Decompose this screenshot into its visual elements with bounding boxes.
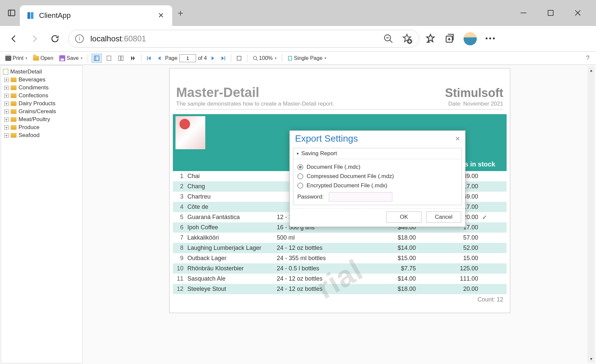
- dialog-close-icon[interactable]: ×: [455, 134, 460, 143]
- folder-icon: [11, 117, 17, 122]
- open-button[interactable]: Open: [31, 54, 55, 63]
- tree-item[interactable]: +Produce: [3, 123, 80, 131]
- folder-icon: [11, 93, 17, 98]
- svg-rect-25: [237, 56, 241, 60]
- save-button[interactable]: Save▾: [57, 54, 84, 63]
- svg-point-26: [253, 56, 257, 60]
- tree-item-label: Grains/Cereals: [19, 108, 56, 115]
- tree-item-label: Confections: [19, 92, 48, 99]
- radio-document-file[interactable]: Document File (.mdc): [297, 162, 458, 172]
- viewer-toolbar: Print▾ Open Save▾ Page of 4 100%▾ Single…: [0, 52, 596, 65]
- password-label: Password:: [297, 194, 323, 200]
- expand-icon[interactable]: +: [4, 86, 9, 90]
- tree-root[interactable]: MasterDetail: [3, 68, 80, 76]
- window-close-icon[interactable]: [570, 5, 586, 21]
- svg-rect-23: [147, 56, 148, 60]
- tab-actions-icon[interactable]: [3, 5, 20, 21]
- expand-icon[interactable]: +: [4, 78, 9, 82]
- svg-rect-0: [8, 10, 15, 16]
- fullscreen-icon[interactable]: [234, 54, 244, 62]
- expand-icon[interactable]: +: [4, 133, 9, 138]
- next-page-icon[interactable]: [209, 55, 217, 62]
- folder-icon: [11, 109, 17, 114]
- page-label: Page: [165, 55, 177, 61]
- new-tab-button[interactable]: ＋: [172, 5, 189, 21]
- folder-icon: [11, 125, 17, 130]
- tab-title: ClientApp: [39, 11, 152, 20]
- expand-icon[interactable]: +: [4, 125, 9, 130]
- address-field[interactable]: i localhost:60801: [68, 30, 419, 48]
- tree-item[interactable]: +Condiments: [3, 84, 80, 92]
- tree-item[interactable]: +Meat/Poultry: [3, 115, 80, 123]
- tree-item[interactable]: +Dairy Products: [3, 100, 80, 108]
- tree-item[interactable]: +Beverages: [3, 76, 80, 84]
- url-text: localhost:60801: [90, 34, 146, 43]
- tree-item[interactable]: +Confections: [3, 92, 80, 100]
- svg-rect-18: [94, 56, 99, 61]
- site-info-icon[interactable]: i: [75, 34, 84, 43]
- ok-button[interactable]: OK: [386, 211, 422, 223]
- bookmarks-tree: MasterDetail +Beverages+Condiments+Confe…: [1, 66, 83, 363]
- svg-line-9: [390, 40, 392, 43]
- tree-item-label: Produce: [19, 124, 39, 131]
- svg-rect-5: [548, 10, 553, 15]
- radio-encrypted-file[interactable]: Encrypted Document File (.mdx): [297, 181, 458, 190]
- tree-item-label: Meat/Poultry: [19, 116, 50, 123]
- tree-item[interactable]: +Seafood: [3, 131, 80, 139]
- reload-button[interactable]: [48, 31, 62, 46]
- view-mode-button[interactable]: Single Page▾: [285, 54, 328, 63]
- bookmarks-toggle[interactable]: [91, 54, 102, 63]
- tab-favicon: [26, 12, 34, 20]
- expand-icon[interactable]: +: [4, 110, 9, 114]
- folder-icon: [11, 101, 17, 106]
- expand-icon[interactable]: +: [4, 94, 9, 98]
- password-input[interactable]: [329, 192, 392, 202]
- expand-icon[interactable]: +: [4, 102, 9, 106]
- more-options-icon[interactable]: •••: [485, 35, 496, 42]
- svg-rect-3: [31, 12, 33, 19]
- folder-icon: [11, 133, 17, 138]
- browser-tab[interactable]: ClientApp ✕: [20, 5, 172, 26]
- forward-button: [27, 31, 42, 46]
- add-favorite-icon[interactable]: [402, 33, 412, 44]
- cancel-button[interactable]: Cancel: [426, 211, 461, 223]
- help-icon[interactable]: ?: [586, 55, 593, 62]
- tree-item-label: Seafood: [19, 132, 39, 139]
- print-button[interactable]: Print▾: [3, 54, 29, 63]
- folder-icon: [11, 85, 17, 90]
- page-input[interactable]: [179, 54, 196, 62]
- address-bar: i localhost:60801 •••: [0, 26, 596, 52]
- svg-rect-22: [121, 56, 123, 61]
- favorites-icon[interactable]: [425, 33, 436, 44]
- tree-item-label: Condiments: [19, 84, 49, 91]
- zoom-out-icon[interactable]: [383, 33, 394, 44]
- zoom-button[interactable]: 100%▾: [251, 54, 278, 63]
- find-icon[interactable]: [128, 54, 138, 63]
- svg-rect-28: [288, 56, 292, 60]
- svg-rect-21: [119, 56, 121, 61]
- export-settings-dialog: Export Settings × ▾Saving Report Documen…: [289, 130, 466, 227]
- first-page-icon[interactable]: [145, 55, 153, 62]
- expand-icon[interactable]: +: [4, 117, 9, 122]
- tree-item[interactable]: +Grains/Cereals: [3, 108, 80, 115]
- maximize-icon[interactable]: [542, 5, 559, 21]
- prev-page-icon[interactable]: [155, 55, 163, 62]
- last-page-icon[interactable]: [219, 55, 227, 62]
- back-button[interactable]: [7, 31, 21, 46]
- resources-icon[interactable]: [116, 54, 126, 63]
- tab-close-icon[interactable]: ✕: [156, 11, 166, 20]
- svg-rect-24: [224, 56, 225, 60]
- svg-rect-2: [27, 12, 30, 19]
- section-saving-report[interactable]: ▾Saving Report: [293, 148, 462, 159]
- svg-rect-20: [107, 56, 111, 61]
- folder-icon: [11, 77, 17, 82]
- report-canvas: Master-Detail Stimulsoft The sample demo…: [83, 65, 596, 364]
- profile-avatar[interactable]: [464, 32, 477, 45]
- tree-item-label: Dairy Products: [19, 100, 55, 107]
- tree-item-label: Beverages: [19, 76, 45, 83]
- parameters-icon[interactable]: [104, 54, 114, 63]
- collections-icon[interactable]: [444, 33, 455, 44]
- radio-compressed-file[interactable]: Compressed Document File (.mdz): [297, 172, 458, 181]
- minimize-icon[interactable]: [515, 5, 532, 21]
- page-total: of 4: [198, 55, 207, 61]
